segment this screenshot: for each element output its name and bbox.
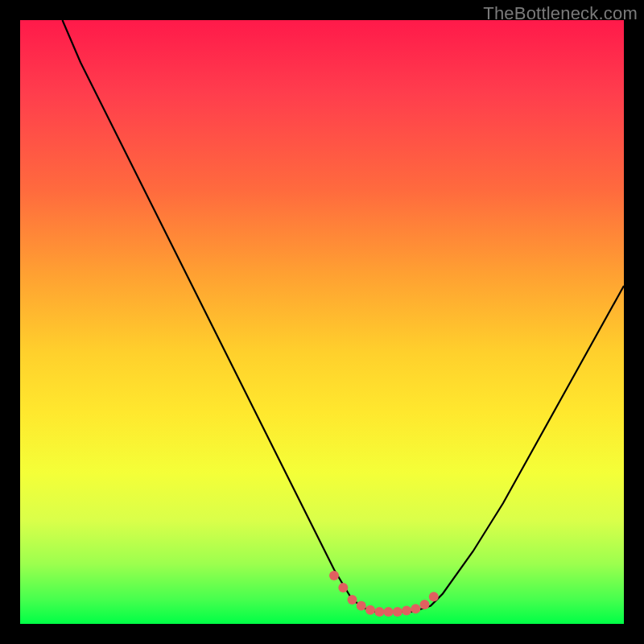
valley-dot [374,607,384,617]
valley-dot [393,607,402,617]
valley-dots-group [329,571,439,617]
valley-dot [329,571,339,580]
valley-dot [338,583,348,592]
chart-frame: TheBottleneck.com [0,0,644,644]
valley-dot [357,601,366,611]
valley-dot [429,592,439,601]
curve-svg [20,20,624,624]
valley-dot [348,595,357,605]
plot-area [20,20,624,624]
valley-dot [384,607,394,617]
valley-dot [402,606,411,616]
valley-dot [411,604,420,613]
bottleneck-curve [63,20,625,612]
valley-dot [420,600,430,609]
watermark-text: TheBottleneck.com [483,3,638,24]
valley-dot [365,605,375,615]
